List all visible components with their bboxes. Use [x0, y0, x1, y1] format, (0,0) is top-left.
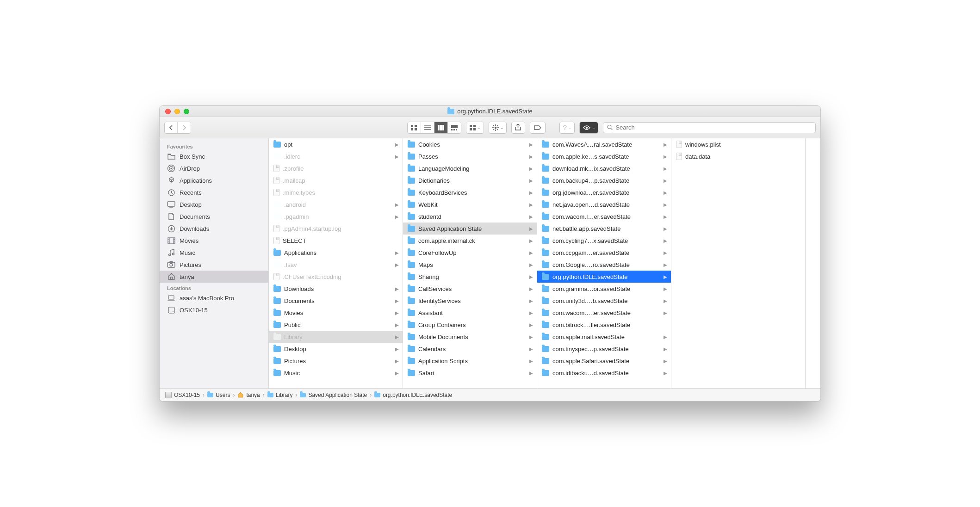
folder-row[interactable]: com.unity3d.…b.savedState▶: [537, 295, 671, 307]
folder-row[interactable]: .pgadmin▶: [269, 210, 403, 223]
sidebar-item[interactable]: Pictures: [160, 259, 268, 271]
folder-row[interactable]: Saved Application State▶: [403, 223, 537, 235]
folder-row[interactable]: Group Containers▶: [403, 319, 537, 331]
column-view-button[interactable]: [434, 122, 448, 133]
close-window[interactable]: [165, 109, 171, 114]
file-row[interactable]: SELECT: [269, 235, 403, 247]
file-row[interactable]: .zprofile: [269, 162, 403, 174]
folder-row[interactable]: Applications▶: [269, 247, 403, 259]
group-by-button[interactable]: ⌵: [466, 122, 484, 133]
path-segment[interactable]: Saved Application State: [300, 392, 367, 398]
folder-row[interactable]: com.bitrock.…ller.savedState: [537, 319, 671, 331]
sidebar-item[interactable]: Music: [160, 247, 268, 259]
folder-row[interactable]: com.idibacku…d.savedState▶: [537, 367, 671, 379]
folder-row[interactable]: Assistant▶: [403, 307, 537, 319]
folder-row[interactable]: Music▶: [269, 367, 403, 379]
folder-row[interactable]: KeyboardServices▶: [403, 186, 537, 198]
folder-row[interactable]: com.wacom.…ter.savedState▶: [537, 307, 671, 319]
folder-row[interactable]: WebKit▶: [403, 198, 537, 210]
folder-row[interactable]: Dictionaries▶: [403, 174, 537, 186]
folder-row[interactable]: Passes▶: [403, 150, 537, 162]
tags-button[interactable]: [530, 122, 545, 133]
folder-row[interactable]: com.apple.internal.ck▶: [403, 235, 537, 247]
folder-row[interactable]: Cookies▶: [403, 138, 537, 150]
folder-row[interactable]: net.java.open…d.savedState▶: [537, 198, 671, 210]
search-input[interactable]: [615, 124, 812, 131]
path-segment[interactable]: tanya: [237, 392, 260, 398]
folder-row[interactable]: com.apple.Safari.savedState▶: [537, 355, 671, 367]
folder-row[interactable]: download.mk…ix.savedState▶: [537, 162, 671, 174]
back-button[interactable]: [165, 122, 178, 133]
folder-row[interactable]: Pictures▶: [269, 355, 403, 367]
share-button[interactable]: [512, 122, 525, 133]
folder-row[interactable]: com.tinyspec…p.savedState▶: [537, 343, 671, 355]
icon-view-button[interactable]: [408, 122, 421, 133]
folder-row[interactable]: Application Scripts▶: [403, 355, 537, 367]
folder-row[interactable]: org.jdownloa…er.savedState▶: [537, 186, 671, 198]
folder-row[interactable]: com.cycling7…x.savedState▶: [537, 235, 671, 247]
item-name: Mobile Documents: [418, 334, 526, 340]
folder-row[interactable]: Sharing▶: [403, 271, 537, 283]
folder-row[interactable]: CoreFollowUp▶: [403, 247, 537, 259]
folder-row[interactable]: .android▶: [269, 198, 403, 210]
folder-row[interactable]: Calendars▶: [403, 343, 537, 355]
folder-row[interactable]: Downloads▶: [269, 283, 403, 295]
path-segment[interactable]: OSX10-15: [165, 392, 200, 398]
file-row[interactable]: .pgAdmin4.startup.log: [269, 223, 403, 235]
help-button[interactable]: ?⌵: [560, 122, 574, 133]
folder-row[interactable]: opt▶: [269, 138, 403, 150]
folder-row[interactable]: Safari▶: [403, 367, 537, 379]
sidebar-item[interactable]: Desktop: [160, 198, 268, 210]
folder-row[interactable]: Library▶: [269, 331, 403, 343]
sidebar-item[interactable]: Movies: [160, 235, 268, 247]
zoom-window[interactable]: [184, 109, 189, 114]
path-segment[interactable]: Users: [207, 392, 230, 398]
file-row[interactable]: .mailcap: [269, 174, 403, 186]
folder-row[interactable]: com.backup4…p.savedState▶: [537, 174, 671, 186]
folder-row[interactable]: net.battle.app.savedState▶: [537, 223, 671, 235]
folder-row[interactable]: Public▶: [269, 319, 403, 331]
action-button[interactable]: ⌵: [489, 122, 506, 133]
sidebar-item[interactable]: OSX10-15: [160, 304, 268, 316]
file-row[interactable]: data.data: [671, 150, 805, 162]
folder-row[interactable]: com.apple.mail.savedState▶: [537, 331, 671, 343]
folder-row[interactable]: Documents▶: [269, 295, 403, 307]
forward-button[interactable]: [178, 122, 191, 133]
sidebar-item[interactable]: Downloads: [160, 223, 268, 235]
folder-row[interactable]: LanguageModeling▶: [403, 162, 537, 174]
folder-row[interactable]: .idlerc▶: [269, 150, 403, 162]
folder-row[interactable]: com.gramma…or.savedState▶: [537, 283, 671, 295]
sidebar-item[interactable]: AirDrop: [160, 162, 268, 174]
file-row[interactable]: windows.plist: [671, 138, 805, 150]
chevron-right-icon: ▶: [395, 346, 399, 352]
sidebar-item[interactable]: Box Sync: [160, 150, 268, 162]
sidebar-item[interactable]: asas's MacBook Pro: [160, 292, 268, 304]
sidebar-item[interactable]: Recents: [160, 186, 268, 198]
folder-row[interactable]: com.apple.ke…s.savedState▶: [537, 150, 671, 162]
folder-row[interactable]: org.python.IDLE.savedState▶: [537, 271, 671, 283]
folder-row[interactable]: IdentityServices▶: [403, 295, 537, 307]
file-row[interactable]: .mime.types: [269, 186, 403, 198]
path-segment[interactable]: org.python.IDLE.savedState: [374, 392, 452, 398]
folder-row[interactable]: CallServices▶: [403, 283, 537, 295]
path-segment[interactable]: Library: [267, 392, 293, 398]
folder-row[interactable]: .fsav▶: [269, 259, 403, 271]
gallery-view-button[interactable]: [448, 122, 461, 133]
folder-row[interactable]: Maps▶: [403, 259, 537, 271]
file-row[interactable]: .CFUserTextEncoding: [269, 271, 403, 283]
search-field[interactable]: [603, 122, 816, 133]
folder-row[interactable]: studentd▶: [403, 210, 537, 223]
folder-row[interactable]: com.ccpgam…er.savedState▶: [537, 247, 671, 259]
privacy-button[interactable]: ⌵: [580, 122, 598, 133]
folder-row[interactable]: Mobile Documents▶: [403, 331, 537, 343]
list-view-button[interactable]: [421, 122, 434, 133]
sidebar-item[interactable]: Applications: [160, 174, 268, 186]
folder-row[interactable]: Movies▶: [269, 307, 403, 319]
folder-row[interactable]: com.wacom.I…er.savedState▶: [537, 210, 671, 223]
folder-row[interactable]: com.Google.…ro.savedState▶: [537, 259, 671, 271]
folder-row[interactable]: com.WavesA…ral.savedState▶: [537, 138, 671, 150]
folder-row[interactable]: Desktop▶: [269, 343, 403, 355]
sidebar-item[interactable]: Documents: [160, 210, 268, 223]
minimize-window[interactable]: [174, 109, 180, 114]
sidebar-item[interactable]: tanya: [160, 271, 268, 283]
